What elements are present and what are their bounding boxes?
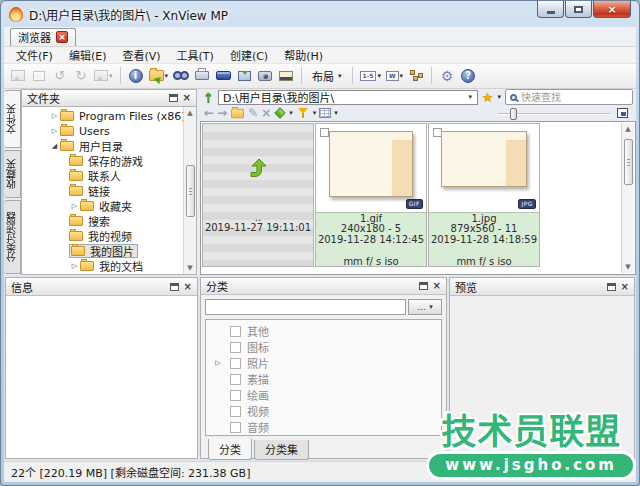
thumbnail-scrollbar[interactable]: ▲ ▼ (621, 123, 634, 274)
tree-item[interactable]: 我的视频 (22, 229, 196, 244)
checkbox-icon[interactable] (230, 342, 241, 353)
tab-close-icon[interactable]: × (56, 31, 68, 43)
tree-item[interactable]: 保存的游戏 (22, 154, 196, 169)
tree-item[interactable]: 链接 (22, 184, 196, 199)
path-combobox[interactable]: D:\用户目录\我的图片\ ▾ (218, 90, 478, 105)
scroll-down-icon[interactable]: ▼ (625, 261, 630, 273)
float-panel-icon[interactable] (607, 283, 616, 291)
scroll-down-icon[interactable]: ▼ (187, 262, 192, 274)
scan-button[interactable] (213, 65, 233, 87)
print-button[interactable] (192, 65, 212, 87)
category-item[interactable]: 其他 (206, 323, 441, 339)
sort-dropdown-icon[interactable]: ▾ (289, 109, 293, 117)
checkbox-icon[interactable] (230, 326, 241, 337)
float-panel-icon[interactable] (419, 282, 428, 290)
tree-item[interactable]: ▷我的文档 (22, 259, 196, 274)
favorites-star-icon[interactable]: ★ (482, 90, 494, 105)
delete-icon[interactable]: × (261, 107, 271, 119)
category-item[interactable]: 音频 (206, 419, 441, 435)
rename-icon[interactable]: ✎ (248, 107, 258, 119)
slider-knob[interactable] (510, 108, 517, 120)
view-button[interactable] (8, 65, 28, 87)
view-grid-icon[interactable] (319, 108, 331, 118)
back-icon[interactable]: ← (204, 107, 214, 119)
quick-search-input[interactable] (521, 92, 611, 103)
category-filter-input[interactable] (205, 299, 406, 315)
fullscreen-button[interactable] (29, 65, 49, 87)
close-panel-icon[interactable]: × (183, 93, 191, 103)
tree-item-selected[interactable]: 我的图片 (22, 244, 196, 259)
category-item[interactable]: 绘画 (206, 387, 441, 403)
view-dropdown-icon[interactable]: ▾ (334, 109, 338, 117)
rotate-right-button[interactable]: ↻ (71, 65, 91, 87)
thumbnail-size-slider[interactable] (498, 107, 610, 120)
menu-file[interactable]: 文件(F) (8, 46, 61, 64)
checkbox-icon[interactable] (230, 406, 241, 417)
thumbnail-parent-dir[interactable]: .. 2019-11-27 19:11:01 (202, 123, 314, 267)
sidebar-tab-folders[interactable]: 文件夹 (4, 90, 21, 148)
fit-icon[interactable] (617, 108, 628, 118)
go-up-icon[interactable]: ↑ (203, 90, 214, 105)
info-button[interactable]: i (126, 65, 146, 87)
menu-help[interactable]: 帮助(H) (276, 46, 331, 64)
forward-icon[interactable]: → (217, 107, 227, 119)
tree-item[interactable]: ▷Users (22, 124, 196, 139)
close-panel-icon[interactable]: × (433, 281, 441, 291)
category-item[interactable]: ▷照片 (206, 355, 441, 371)
category-item[interactable]: 图标 (206, 339, 441, 355)
expander-icon[interactable]: ▷ (69, 262, 80, 270)
expander-icon[interactable]: ▷ (49, 127, 60, 135)
thumbnail-1jpg[interactable]: JPG 1.jpg 879x560 - 11 2019-11-28 14:18:… (428, 123, 540, 267)
checkbox-icon[interactable] (230, 390, 241, 401)
capture-button[interactable] (234, 65, 254, 87)
menu-tools[interactable]: 工具(T) (169, 46, 222, 64)
workspace-button[interactable] (406, 65, 426, 87)
close-button[interactable]: × (593, 1, 631, 18)
settings-button[interactable]: ⚙ (437, 65, 457, 87)
checkbox-icon[interactable] (230, 374, 241, 385)
rotate-left-button[interactable]: ↺ (50, 65, 70, 87)
category-item[interactable]: 视频 (206, 403, 441, 419)
checkbox-icon[interactable] (230, 422, 241, 433)
scrollbar-thumb[interactable] (186, 165, 195, 217)
category-browse-button[interactable]: … ▾ (408, 299, 442, 315)
sort-mode-icon[interactable] (275, 107, 286, 118)
expander-icon[interactable]: ▷ (213, 359, 223, 367)
menu-edit[interactable]: 编辑(E) (61, 46, 115, 64)
thumbnail-pane[interactable]: .. 2019-11-27 19:11:01 GIF 1 (200, 121, 636, 276)
search-button[interactable] (171, 65, 191, 87)
help-button[interactable]: ? (458, 65, 478, 87)
tab-categories[interactable]: 分类 (208, 439, 252, 460)
scroll-up-icon[interactable]: ▲ (187, 107, 192, 119)
expander-icon[interactable]: ▷ (49, 112, 60, 120)
open-folder-button[interactable]: ▾ (147, 65, 171, 87)
tab-browser[interactable]: 浏览器 × (10, 28, 76, 46)
tree-item[interactable]: 联系人 (22, 169, 196, 184)
expander-icon[interactable]: ◢ (49, 142, 60, 150)
scrollbar-thumb[interactable] (624, 139, 633, 185)
close-panel-icon[interactable]: × (184, 282, 192, 292)
path-dropdown-icon[interactable]: ▾ (464, 93, 477, 101)
menu-create[interactable]: 创建(C) (222, 46, 276, 64)
sidebar-tab-favorites[interactable]: 收藏夹 (4, 150, 21, 198)
view-mode-button[interactable]: W▾ (384, 65, 405, 87)
tree-scrollbar[interactable]: ▲ ▼ (183, 107, 196, 275)
sort-button[interactable]: 1-5▾ (358, 65, 383, 87)
minimize-button[interactable] (537, 1, 564, 18)
float-panel-icon[interactable] (170, 283, 179, 291)
close-panel-icon[interactable]: × (621, 282, 629, 292)
layout-button[interactable]: 布局▾ (307, 66, 347, 86)
filter-dropdown-icon[interactable]: ▾ (313, 109, 317, 117)
slideshow-button[interactable] (276, 65, 296, 87)
float-panel-icon[interactable] (169, 94, 178, 102)
checkbox-icon[interactable] (230, 358, 241, 369)
convert-button[interactable]: ▾ (92, 65, 115, 87)
maximize-button[interactable] (565, 1, 592, 18)
folder-up-icon[interactable] (231, 108, 244, 117)
expander-icon[interactable]: ▷ (69, 202, 80, 210)
tree-item[interactable]: ▷Program Files (x86) (22, 109, 196, 124)
favorites-dropdown-icon[interactable]: ▾ (497, 93, 501, 101)
category-item[interactable]: 素描 (206, 371, 441, 387)
tree-item[interactable]: ◢用户目录 (22, 139, 196, 154)
scroll-up-icon[interactable]: ▲ (625, 123, 630, 135)
